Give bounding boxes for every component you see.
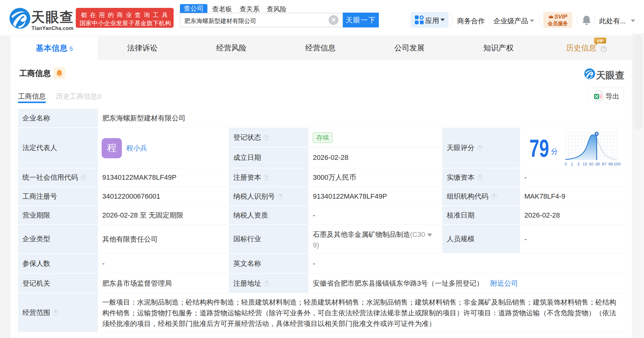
svg-text:100: 100	[614, 162, 621, 166]
svg-text:97: 97	[602, 162, 606, 166]
svg-text:0: 0	[564, 162, 567, 166]
svg-text:3: 3	[577, 162, 579, 166]
svg-text:15: 15	[582, 162, 587, 166]
svg-text:1: 1	[571, 162, 573, 166]
svg-text:VIP: VIP	[597, 38, 604, 43]
svg-text:85: 85	[595, 162, 600, 166]
svg-text:50: 50	[589, 162, 593, 166]
svg-text:99: 99	[608, 162, 613, 166]
